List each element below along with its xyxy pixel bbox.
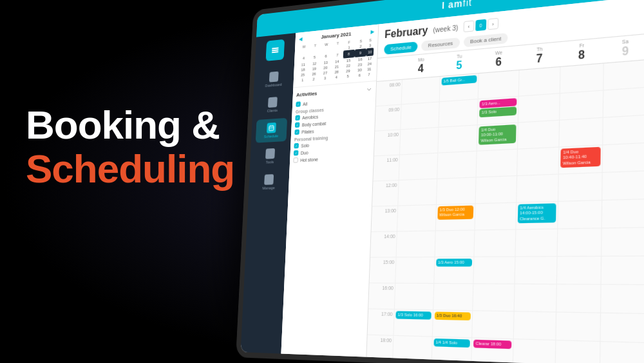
event-th-1300[interactable]: 1/4 Aerobics14:00-15:00Clearance G.	[517, 204, 556, 223]
cell-tu-1600[interactable]	[433, 284, 473, 310]
cell-th-1200[interactable]	[516, 175, 558, 202]
event-tu-1700[interactable]: 1/3 Duo 16:40	[434, 312, 471, 321]
sidebar-item-manage[interactable]: Manage	[253, 170, 285, 194]
cal-cell[interactable]: 6	[354, 72, 366, 79]
cal-cell[interactable]: 4	[330, 74, 342, 81]
cell-th-1300[interactable]: 1/4 Aerobics14:00-15:00Clearance G.	[515, 202, 558, 229]
cell-tu-1200[interactable]	[436, 178, 476, 204]
mini-cal-prev[interactable]: ◀	[299, 36, 303, 42]
cell-tu-1700[interactable]: 1/3 Duo 16:40	[431, 310, 472, 337]
cell-we-1400[interactable]	[474, 230, 515, 257]
activity-item[interactable]: Hot stone	[293, 154, 370, 163]
cell-mo-1700[interactable]: 1/3 Solo 16:00	[393, 309, 432, 336]
event-tu-1800[interactable]: 1/4 1/4 Solo	[433, 338, 470, 348]
cell-fr-0800[interactable]	[560, 64, 603, 93]
sidebar-item-schedule[interactable]: Schedule	[256, 118, 287, 143]
cell-sa-1100[interactable]	[601, 143, 644, 172]
cell-fr-1400[interactable]	[557, 229, 601, 257]
cell-fr-1100[interactable]: 1/4 Duo10:40-11:40Wilson Garcia	[558, 146, 602, 174]
cell-sa-1600[interactable]	[600, 285, 644, 313]
cell-mo-1300[interactable]	[397, 205, 436, 231]
cell-th-1700[interactable]	[513, 312, 556, 340]
activity-checkbox[interactable]	[294, 150, 299, 155]
cell-th-1400[interactable]	[515, 230, 557, 257]
cell-sa-1200[interactable]	[601, 172, 644, 200]
cell-fr-1300[interactable]	[558, 201, 601, 228]
cell-th-1500[interactable]	[514, 257, 557, 284]
event-we-0900b[interactable]: 1/3 Solo	[479, 107, 516, 117]
cell-th-1000[interactable]	[517, 121, 560, 149]
cell-we-1000[interactable]: 1/4 Duo10:00-11:00Wilson Garcia	[477, 123, 518, 151]
cell-tu-1500[interactable]: 1/3 Aero 15:00	[433, 257, 474, 283]
cell-mo-1000[interactable]	[399, 128, 438, 155]
event-we-1800[interactable]: Clearar 18:00	[473, 340, 511, 349]
cell-we-0800[interactable]	[478, 70, 518, 99]
tab-schedule[interactable]: Schedule	[384, 41, 418, 54]
cell-tu-0900[interactable]	[438, 99, 478, 127]
cell-tu-1800[interactable]: 1/4 1/4 Solo	[431, 337, 471, 363]
activity-checkbox[interactable]	[295, 123, 300, 128]
tab-resources[interactable]: Resources	[421, 37, 459, 51]
cell-th-1100[interactable]	[516, 148, 559, 175]
cal-cell[interactable]: 3	[319, 75, 331, 82]
event-tu-0800[interactable]: 1/5 Bali Gr...	[441, 75, 477, 86]
event-tu-1300[interactable]: 1/3 Duo 12:00Wilson Garcia	[437, 206, 474, 220]
cell-fr-0900[interactable]	[559, 91, 603, 120]
cell-fr-1800[interactable]	[555, 340, 600, 363]
cell-sa-1300[interactable]	[601, 199, 644, 228]
cell-mo-1400[interactable]	[396, 231, 435, 257]
cell-sa-1400[interactable]	[601, 228, 644, 256]
activity-checkbox[interactable]	[296, 101, 301, 107]
cell-we-1500[interactable]	[473, 257, 515, 284]
nav-prev[interactable]: ‹	[463, 21, 474, 33]
cell-tu-0800[interactable]: 1/5 Bali Gr...	[439, 74, 478, 101]
cell-we-1200[interactable]	[475, 176, 516, 203]
event-fr-1100[interactable]: 1/4 Duo10:40-11:40Wilson Garcia	[561, 147, 601, 168]
cell-tu-1400[interactable]	[434, 231, 475, 257]
cal-cell[interactable]: 2	[308, 76, 319, 82]
cell-mo-1100[interactable]	[399, 153, 437, 180]
cell-mo-1200[interactable]	[397, 179, 436, 206]
cell-th-1800[interactable]	[512, 339, 555, 363]
cell-sa-1800[interactable]	[600, 342, 644, 363]
event-we-1000[interactable]: 1/4 Duo10:00-11:00Wilson Garcia	[478, 124, 516, 144]
cell-fr-1700[interactable]	[556, 313, 600, 341]
cell-tu-1300[interactable]: 1/3 Duo 12:00Wilson Garcia	[435, 204, 475, 231]
cell-tu-1000[interactable]	[437, 126, 477, 153]
cell-we-1800[interactable]: Clearar 18:00	[471, 338, 513, 363]
cell-sa-1500[interactable]	[600, 257, 644, 284]
cell-we-0900[interactable]: 1/3 Aero... 1/3 Solo	[477, 97, 518, 124]
cell-sa-1000[interactable]	[602, 115, 644, 144]
cell-mo-1600[interactable]	[394, 284, 433, 309]
event-tu-1500[interactable]: 1/3 Aero 15:00	[436, 259, 473, 267]
today-button[interactable]: 0	[475, 19, 486, 32]
tab-book-client[interactable]: Book a client	[464, 33, 509, 48]
nav-next[interactable]: ›	[488, 18, 498, 30]
sidebar-item-dashboard[interactable]: Dashboard	[258, 66, 290, 92]
cell-sa-0800[interactable]	[603, 60, 644, 90]
cell-fr-1500[interactable]	[556, 257, 601, 284]
activity-checkbox[interactable]	[295, 115, 300, 121]
mini-cal-next[interactable]: ▶	[370, 28, 374, 35]
activity-checkbox[interactable]	[294, 130, 299, 135]
cell-we-1600[interactable]	[472, 284, 514, 311]
cell-mo-1800[interactable]	[392, 336, 431, 363]
cell-fr-1200[interactable]	[558, 173, 601, 201]
cell-tu-1100[interactable]	[437, 152, 477, 179]
cell-th-0900[interactable]	[518, 94, 560, 123]
cell-th-0800[interactable]	[518, 67, 560, 96]
sidebar-item-clients[interactable]: Clients	[257, 92, 289, 117]
cell-mo-1500[interactable]	[395, 257, 434, 283]
cell-mo-0900[interactable]	[400, 103, 439, 130]
activity-checkbox[interactable]	[294, 143, 299, 148]
cell-we-1700[interactable]	[471, 311, 513, 338]
cell-we-1300[interactable]	[475, 203, 516, 230]
cell-mo-0800[interactable]	[401, 77, 440, 104]
cell-sa-1700[interactable]	[600, 313, 644, 342]
cal-cell[interactable]: 1	[297, 77, 308, 83]
cell-sa-0900[interactable]	[602, 88, 644, 117]
activity-checkbox[interactable]	[293, 157, 298, 162]
event-mo-1700[interactable]: 1/3 Solo 16:00	[395, 311, 431, 320]
cell-we-1100[interactable]	[476, 150, 517, 177]
activities-expand-icon[interactable]	[366, 86, 372, 93]
